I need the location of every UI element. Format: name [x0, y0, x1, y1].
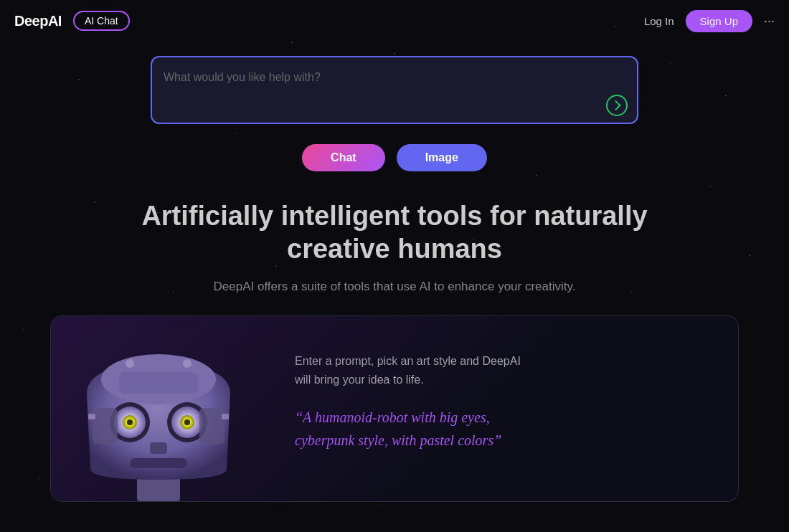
svg-point-10 [184, 419, 190, 425]
prompt-input[interactable] [151, 56, 638, 124]
feature-text: Enter a prompt, pick an art style and De… [266, 316, 738, 501]
svg-rect-2 [119, 372, 198, 394]
svg-rect-14 [199, 408, 225, 444]
login-button[interactable]: Log In [644, 15, 674, 27]
send-circle-icon [606, 95, 628, 116]
search-container [151, 56, 638, 127]
main-content: Chat Image Artificially intelligent tool… [0, 42, 789, 502]
svg-rect-12 [130, 458, 187, 468]
feature-description: Enter a prompt, pick an art style and De… [295, 352, 539, 389]
hero-subtitle: DeepAI offers a suite of tools that use … [179, 280, 610, 294]
chat-mode-button[interactable]: Chat [302, 144, 385, 171]
hero-section: Artificially intelligent tools for natur… [108, 200, 681, 294]
more-menu-button[interactable]: ··· [764, 14, 775, 29]
svg-rect-16 [222, 414, 229, 419]
send-button[interactable] [605, 94, 628, 117]
feature-image [51, 316, 266, 501]
svg-rect-11 [150, 442, 167, 454]
robot-illustration [58, 329, 259, 501]
feature-quote: “A humanoid-robot with big eyes, cyberpu… [295, 406, 524, 452]
svg-point-18 [183, 359, 192, 368]
signup-button[interactable]: Sign Up [686, 10, 752, 32]
logo: DeepAI [14, 13, 62, 29]
svg-point-17 [126, 359, 134, 368]
navbar-left: DeepAI AI Chat [14, 11, 130, 31]
svg-rect-13 [93, 408, 118, 444]
navbar: DeepAI AI Chat Log In Sign Up ··· [0, 0, 789, 42]
svg-rect-15 [88, 414, 95, 419]
image-mode-button[interactable]: Image [397, 144, 487, 171]
ai-chat-badge[interactable]: AI Chat [73, 11, 130, 31]
more-dots-icon: ··· [764, 14, 775, 29]
navbar-right: Log In Sign Up ··· [644, 10, 775, 32]
hero-title: Artificially intelligent tools for natur… [108, 200, 681, 265]
mode-buttons: Chat Image [302, 144, 487, 171]
svg-point-9 [127, 419, 133, 425]
feature-card: Enter a prompt, pick an art style and De… [50, 315, 739, 502]
